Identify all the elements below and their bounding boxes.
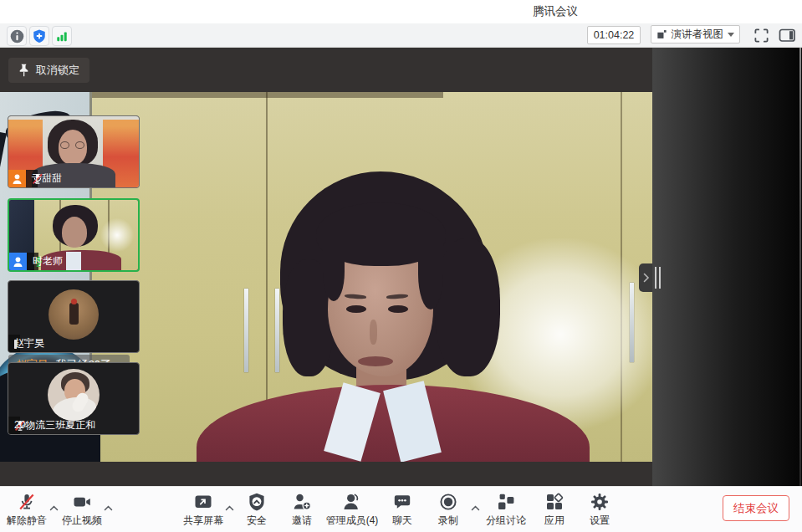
network-quality-button[interactable] — [52, 26, 72, 46]
manage-members-label: 管理成员(4) — [326, 514, 379, 528]
share-screen-icon — [193, 492, 213, 512]
meeting-timer: 01:04:22 — [587, 26, 641, 44]
gear-icon — [590, 492, 610, 512]
share-screen-label: 共享屏幕 — [183, 514, 223, 528]
avatar — [48, 369, 100, 421]
invite-button[interactable]: 邀请 — [292, 492, 312, 528]
participant-name: 20物流三班夏正和 — [14, 418, 95, 432]
apps-button[interactable]: 应用 — [544, 492, 564, 528]
record-icon — [438, 492, 458, 512]
person-icon — [12, 173, 23, 185]
mic-muted-icon — [17, 492, 37, 512]
unmute-button[interactable]: 解除静音 — [7, 492, 47, 528]
meeting-info-button[interactable] — [7, 26, 27, 46]
participant-label: 赵宇昊 — [8, 335, 20, 352]
sidebar-drag-handle[interactable] — [655, 267, 661, 289]
participant-tile[interactable]: 于甜甜 — [8, 115, 140, 188]
end-meeting-label: 结束会议 — [733, 501, 779, 516]
record-options-chevron[interactable] — [471, 499, 480, 514]
speaker-view-layout-icon — [656, 28, 667, 40]
invite-label: 邀请 — [292, 514, 312, 528]
chat-label: 聊天 — [392, 514, 412, 528]
side-panel-icon — [779, 28, 796, 43]
breakout-rooms-button[interactable]: 分组讨论 — [486, 492, 526, 528]
apps-label: 应用 — [544, 514, 564, 528]
timer-value: 01:04:22 — [594, 29, 635, 41]
fullscreen-icon — [753, 28, 769, 43]
view-selector[interactable]: 演讲者视图 — [651, 25, 740, 43]
record-button[interactable]: 录制 — [438, 492, 458, 528]
settings-button[interactable]: 设置 — [590, 492, 610, 528]
unmute-options-chevron[interactable] — [49, 499, 59, 514]
participant-tile-active[interactable]: 时老师 — [8, 198, 140, 272]
side-panel-toggle-button[interactable] — [777, 26, 797, 44]
participant-name: 时老师 — [33, 254, 63, 269]
participant-tile[interactable]: 赵宇昊 — [8, 280, 140, 353]
members-icon — [342, 492, 362, 512]
participants-sidebar — [652, 48, 802, 486]
security-shield-icon — [247, 492, 267, 512]
sidebar-collapse-handle[interactable] — [639, 263, 653, 292]
participant-label: 时老师 — [27, 253, 38, 270]
breakout-label: 分组讨论 — [486, 514, 526, 528]
member-blue-badge — [9, 253, 27, 270]
participant-name: 于甜甜 — [32, 171, 62, 186]
avatar — [49, 289, 99, 340]
participant-name: 赵宇昊 — [14, 336, 44, 350]
invite-icon — [292, 492, 312, 512]
apps-icon — [544, 492, 564, 512]
breakout-icon — [496, 492, 516, 512]
participant-tile[interactable]: 20物流三班夏正和 — [8, 362, 140, 435]
share-screen-button[interactable]: 共享屏幕 — [183, 492, 223, 528]
unpin-button[interactable]: 取消锁定 — [8, 58, 89, 83]
unmute-label: 解除静音 — [7, 514, 47, 528]
chat-bubble-icon — [392, 492, 412, 512]
camera-icon — [72, 492, 92, 512]
person-icon — [13, 256, 23, 268]
app-title: 腾讯会议 — [533, 0, 578, 23]
host-orange-badge — [8, 170, 26, 187]
info-icon — [9, 28, 25, 44]
end-meeting-button[interactable]: 结束会议 — [723, 495, 789, 521]
tencent-meeting-window: 腾讯会议 01:04:22 演讲者视图 — [0, 0, 802, 532]
shield-plus-icon — [32, 28, 47, 43]
stop-video-button[interactable]: 停止视频 — [62, 492, 102, 528]
unpin-label: 取消锁定 — [36, 63, 79, 78]
pin-icon — [18, 64, 29, 77]
video-options-chevron[interactable] — [104, 499, 113, 514]
network-signal-icon — [54, 28, 69, 43]
chevron-down-icon — [728, 33, 734, 37]
security-label: 安全 — [247, 514, 267, 528]
stage-top-strip — [0, 48, 652, 92]
participant-label: 于甜甜 — [26, 170, 38, 187]
share-options-chevron[interactable] — [225, 499, 234, 514]
record-label: 录制 — [438, 514, 458, 528]
view-selector-label: 演讲者视图 — [672, 28, 724, 42]
stage-bottom-strip — [0, 462, 652, 486]
fullscreen-button[interactable] — [751, 26, 771, 44]
chevron-right-icon — [643, 273, 650, 283]
sidebar-scrollbar[interactable] — [799, 48, 801, 486]
manage-members-button[interactable]: 管理成员(4) — [326, 492, 379, 528]
chat-button[interactable]: 聊天 — [392, 492, 412, 528]
title-bar: 腾讯会议 — [0, 0, 802, 23]
stop-video-label: 停止视频 — [62, 514, 102, 528]
settings-label: 设置 — [590, 514, 610, 528]
participant-label: 20物流三班夏正和 — [8, 417, 20, 434]
protection-button[interactable] — [29, 26, 49, 46]
security-button[interactable]: 安全 — [247, 492, 267, 528]
